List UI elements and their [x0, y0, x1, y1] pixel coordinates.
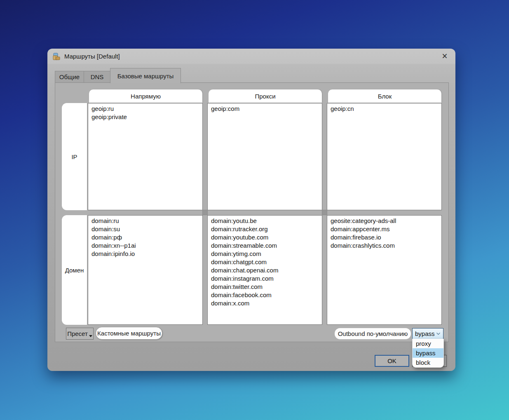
app-package-icon — [52, 52, 61, 61]
window-title: Маршруты [Default] — [64, 53, 120, 60]
domain-direct-list[interactable]: domain:ru domain:su domain:рф domain:xn-… — [88, 215, 203, 325]
outbound-selected-value: bypass — [415, 330, 435, 337]
outbound-select[interactable]: bypass — [412, 328, 443, 339]
tab-general[interactable]: Общие — [55, 71, 84, 83]
row-label-ip: IP — [62, 103, 87, 210]
close-icon[interactable]: × — [439, 51, 450, 62]
preset-button[interactable]: Пресет — [66, 328, 94, 340]
tab-basic-routes[interactable]: Базовые маршруты — [110, 68, 181, 83]
splitter-handle[interactable] — [202, 210, 208, 215]
ip-direct-list[interactable]: geoip:ru geoip:private — [88, 103, 203, 210]
basic-routes-panel: Напрямую Прокси Блок IP Домен geoip:ru g… — [55, 82, 449, 342]
column-header-direct: Напрямую — [89, 89, 202, 103]
dropdown-option-proxy[interactable]: proxy — [413, 339, 443, 348]
dropdown-arrow-icon — [89, 335, 92, 337]
domain-block-list[interactable]: geosite:category-ads-all domain:appcente… — [327, 215, 442, 325]
ip-block-list[interactable]: geoip:cn — [327, 103, 442, 210]
row-label-domain: Домен — [62, 215, 87, 325]
routes-dialog: Маршруты [Default] × Общие DNS Базовые м… — [47, 49, 455, 371]
title-bar: Маршруты [Default] × — [47, 49, 455, 64]
outbound-dropdown-list: proxy bypass block — [412, 339, 444, 368]
tab-dns[interactable]: DNS — [84, 71, 110, 83]
preset-button-label: Пресет — [67, 330, 88, 337]
splitter-handle[interactable] — [322, 210, 327, 215]
column-header-block: Блок — [328, 89, 441, 103]
custom-routes-button[interactable]: Кастомные маршруты — [96, 327, 162, 340]
ok-button[interactable]: OK — [375, 355, 409, 367]
chevron-down-icon — [436, 332, 441, 335]
dropdown-option-block[interactable]: block — [413, 358, 443, 367]
dropdown-option-bypass[interactable]: bypass — [413, 348, 443, 358]
outbound-default-label: Outbound по-умолчанию — [335, 328, 411, 339]
column-header-proxy: Прокси — [209, 89, 322, 103]
ip-proxy-list[interactable]: geoip:com — [207, 103, 322, 210]
domain-proxy-list[interactable]: domain:youtu.be domain:rutracker.org dom… — [207, 215, 322, 325]
